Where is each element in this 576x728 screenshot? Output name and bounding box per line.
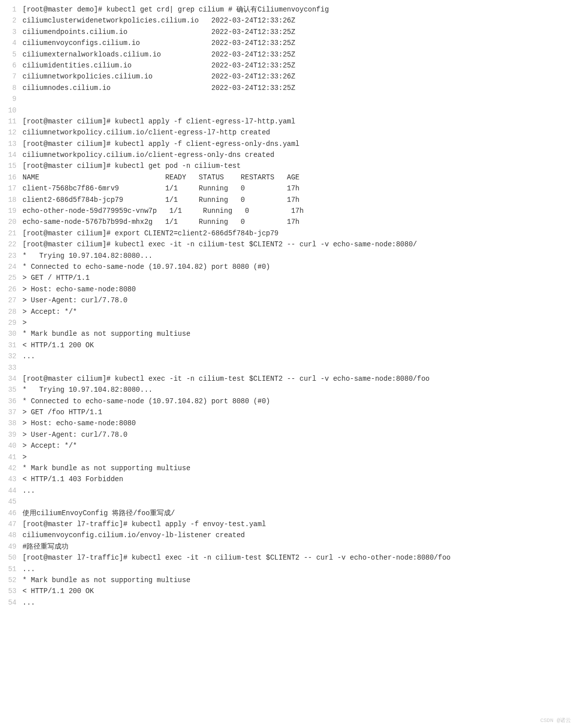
line-number: 50 xyxy=(0,552,16,563)
code-line: ... xyxy=(22,597,576,608)
code-line: ... xyxy=(22,564,576,575)
line-number: 26 xyxy=(0,284,16,295)
code-line: echo-same-node-5767b7b99d-mhx2g 1/1 Runn… xyxy=(22,216,576,227)
code-line: < HTTP/1.1 403 Forbidden xyxy=(22,474,576,485)
line-number: 43 xyxy=(0,474,16,485)
code-line: [root@master l7-traffic]# kubectl apply … xyxy=(22,519,576,530)
line-number: 8 xyxy=(0,82,16,93)
code-line: > Accept: */* xyxy=(22,440,576,451)
line-number: 21 xyxy=(0,228,16,239)
code-line: NAME READY STATUS RESTARTS AGE xyxy=(22,172,576,183)
line-number: 33 xyxy=(0,362,16,373)
line-number: 44 xyxy=(0,485,16,496)
code-line xyxy=(22,93,576,104)
code-line: ciliumexternalworkloads.cilium.io 2022-0… xyxy=(22,49,576,60)
code-line: ciliumnetworkpolicy.cilium.io/client-egr… xyxy=(22,149,576,160)
line-number: 13 xyxy=(0,138,16,149)
code-line: > GET / HTTP/1.1 xyxy=(22,272,576,283)
line-number: 7 xyxy=(0,71,16,82)
code-line: ciliumclusterwidenetworkpolicies.cilium.… xyxy=(22,15,576,26)
code-content: [root@master demo]# kubectl get crd| gre… xyxy=(22,4,576,608)
code-line: client-7568bc7f86-6mrv9 1/1 Running 0 17… xyxy=(22,183,576,194)
line-number: 45 xyxy=(0,496,16,507)
code-line: * Mark bundle as not supporting multiuse xyxy=(22,328,576,339)
line-number: 5 xyxy=(0,49,16,60)
line-number: 32 xyxy=(0,351,16,362)
code-line: > User-Agent: curl/7.78.0 xyxy=(22,295,576,306)
line-number: 15 xyxy=(0,160,16,171)
line-number: 35 xyxy=(0,384,16,395)
code-line: ciliumidentities.cilium.io 2022-03-24T12… xyxy=(22,60,576,71)
code-line: echo-other-node-59d779959c-vnw7p 1/1 Run… xyxy=(22,205,576,216)
code-line: ciliumnetworkpolicies.cilium.io 2022-03-… xyxy=(22,71,576,82)
code-line: [root@master cilium]# kubectl exec -it -… xyxy=(22,239,576,250)
code-line: * Trying 10.97.104.82:8080... xyxy=(22,250,576,261)
line-number: 16 xyxy=(0,172,16,183)
line-number: 46 xyxy=(0,508,16,519)
code-line: > Host: echo-same-node:8080 xyxy=(22,418,576,429)
code-line: ciliumendpoints.cilium.io 2022-03-24T12:… xyxy=(22,26,576,37)
line-number: 37 xyxy=(0,407,16,418)
code-line: ciliumnodes.cilium.io 2022-03-24T12:33:2… xyxy=(22,82,576,93)
line-number: 40 xyxy=(0,440,16,451)
line-number: 25 xyxy=(0,272,16,283)
line-number: 12 xyxy=(0,127,16,138)
line-number: 27 xyxy=(0,295,16,306)
line-number: 29 xyxy=(0,317,16,328)
line-number: 51 xyxy=(0,564,16,575)
line-number: 9 xyxy=(0,93,16,104)
code-line: * Mark bundle as not supporting multiuse xyxy=(22,463,576,474)
line-number: 6 xyxy=(0,60,16,71)
line-number: 20 xyxy=(0,216,16,227)
line-number: 10 xyxy=(0,105,16,116)
code-line xyxy=(22,496,576,507)
code-line: [root@master cilium]# kubectl exec -it -… xyxy=(22,373,576,384)
code-line: client2-686d5f784b-jcp79 1/1 Running 0 1… xyxy=(22,194,576,205)
code-line: * Connected to echo-same-node (10.97.104… xyxy=(22,396,576,407)
line-number: 54 xyxy=(0,597,16,608)
code-line: * Connected to echo-same-node (10.97.104… xyxy=(22,261,576,272)
code-line: * Trying 10.97.104.82:8080... xyxy=(22,384,576,395)
code-line: > Accept: */* xyxy=(22,306,576,317)
line-number: 48 xyxy=(0,530,16,541)
code-line: > xyxy=(22,452,576,463)
line-number: 31 xyxy=(0,340,16,351)
code-line: #路径重写成功 xyxy=(22,541,576,552)
line-number-gutter: 1234567891011121314151617181920212223242… xyxy=(0,4,22,608)
line-number: 49 xyxy=(0,541,16,552)
code-line: [root@master cilium]# export CLIENT2=cli… xyxy=(22,228,576,239)
line-number: 1 xyxy=(0,4,16,15)
code-line: ciliumenvoyconfigs.cilium.io 2022-03-24T… xyxy=(22,37,576,48)
code-line: > xyxy=(22,317,576,328)
code-line: ... xyxy=(22,485,576,496)
line-number: 23 xyxy=(0,250,16,261)
code-line: [root@master cilium]# kubectl get pod -n… xyxy=(22,160,576,171)
code-line: [root@master cilium]# kubectl apply -f c… xyxy=(22,138,576,149)
line-number: 34 xyxy=(0,373,16,384)
line-number: 2 xyxy=(0,15,16,26)
line-number: 17 xyxy=(0,183,16,194)
line-number: 18 xyxy=(0,194,16,205)
line-number: 24 xyxy=(0,261,16,272)
line-number: 38 xyxy=(0,418,16,429)
code-line: > User-Agent: curl/7.78.0 xyxy=(22,429,576,440)
code-line xyxy=(22,362,576,373)
code-line: * Mark bundle as not supporting multiuse xyxy=(22,575,576,586)
line-number: 28 xyxy=(0,306,16,317)
code-line: [root@master demo]# kubectl get crd| gre… xyxy=(22,4,576,15)
line-number: 19 xyxy=(0,205,16,216)
line-number: 53 xyxy=(0,586,16,597)
line-number: 30 xyxy=(0,328,16,339)
line-number: 36 xyxy=(0,396,16,407)
code-line: ciliumenvoyconfig.cilium.io/envoy-lb-lis… xyxy=(22,530,576,541)
line-number: 22 xyxy=(0,239,16,250)
line-number: 3 xyxy=(0,26,16,37)
code-line: > Host: echo-same-node:8080 xyxy=(22,284,576,295)
code-line: [root@master l7-traffic]# kubectl exec -… xyxy=(22,552,576,563)
code-line: < HTTP/1.1 200 OK xyxy=(22,586,576,597)
code-line: < HTTP/1.1 200 OK xyxy=(22,340,576,351)
code-line xyxy=(22,105,576,116)
code-line: [root@master cilium]# kubectl apply -f c… xyxy=(22,116,576,127)
code-line: 使用ciliumEnvoyConfig 将路径/foo重写成/ xyxy=(22,508,576,519)
code-block: 1234567891011121314151617181920212223242… xyxy=(0,0,576,612)
